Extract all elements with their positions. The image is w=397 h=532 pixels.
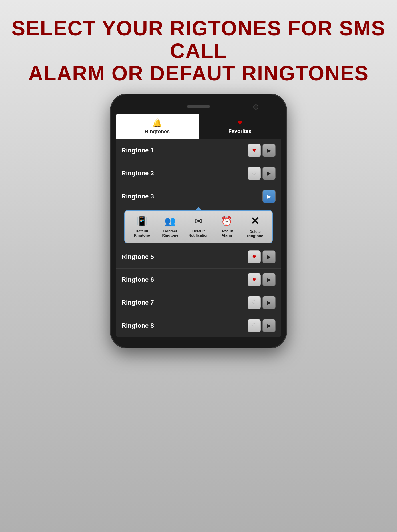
favorite-button[interactable]: ♡	[248, 319, 261, 332]
ringtone-name: Ringtone 2	[121, 170, 154, 177]
ringtone-actions: ♡ ▶	[248, 167, 276, 180]
play-button[interactable]: ▶	[262, 273, 276, 286]
ringtone-row-expanded: Ringtone 3 ▶ 📳 DefaultRingtone	[116, 185, 281, 243]
favorite-button[interactable]: ♥	[248, 144, 261, 157]
delete-ringtone-label: DeleteRingtone	[247, 229, 263, 238]
ringtone-actions: ♥ ▶	[248, 250, 276, 263]
favorite-button[interactable]: ♡	[248, 296, 261, 309]
default-ringtone-label: DefaultRingtone	[134, 229, 150, 238]
play-button[interactable]: ▶	[262, 144, 276, 157]
play-icon: ▶	[267, 277, 271, 283]
play-icon: ▶	[267, 254, 271, 260]
play-icon: ▶	[267, 323, 271, 329]
heart-icon: ♥	[252, 253, 256, 261]
default-notification-label: DefaultNotification	[188, 229, 209, 238]
delete-ringtone-action[interactable]: ✕ DeleteRingtone	[244, 215, 266, 238]
table-row[interactable]: Ringtone 2 ♡ ▶	[116, 162, 281, 185]
phone-vibrate-icon: 📳	[136, 216, 148, 227]
table-row[interactable]: Ringtone 6 ♥ ▶	[116, 269, 281, 291]
phone-speaker	[187, 105, 210, 108]
action-panel: 📳 DefaultRingtone 👥 ContactRingtone ✉ De…	[124, 210, 273, 243]
envelope-icon: ✉	[195, 216, 202, 227]
ringtone-name: Ringtone 5	[121, 253, 154, 261]
default-alarm-label: DefaultAlarm	[220, 229, 233, 238]
ringtone-name: Ringtone 3	[121, 193, 154, 200]
table-row[interactable]: Ringtone 3 ▶	[116, 185, 281, 208]
table-row[interactable]: Ringtone 5 ♥ ▶	[116, 246, 281, 269]
ringtone-name: Ringtone 6	[121, 276, 154, 283]
default-alarm-action[interactable]: ⏰ DefaultAlarm	[215, 216, 238, 238]
delete-icon: ✕	[251, 215, 259, 227]
play-button[interactable]: ▶	[262, 190, 276, 203]
ringtone-name: Ringtone 1	[121, 147, 154, 154]
favorite-button[interactable]: ♥	[248, 250, 261, 263]
default-ringtone-action[interactable]: 📳 DefaultRingtone	[131, 216, 153, 238]
heart-icon: ♥	[252, 147, 256, 154]
play-icon: ▶	[267, 193, 271, 200]
play-button[interactable]: ▶	[262, 250, 276, 263]
favorites-tab-label: Favorites	[228, 128, 251, 134]
contact-ringtone-action[interactable]: 👥 ContactRingtone	[159, 216, 182, 238]
ringtone-actions: ♡ ▶	[248, 296, 276, 309]
ringtone-actions: ♥ ▶	[248, 144, 276, 157]
action-panel-wrapper: 📳 DefaultRingtone 👥 ContactRingtone ✉ De…	[116, 210, 281, 243]
play-icon: ▶	[267, 147, 271, 154]
heart-icon: ♥	[252, 276, 256, 283]
favorite-button[interactable]: ♡	[248, 167, 261, 180]
ringtone-name: Ringtone 8	[121, 322, 154, 329]
heart-outline-icon: ♡	[251, 170, 257, 177]
ringtone-name: Ringtone 7	[121, 299, 154, 306]
ringtone-actions: ♡ ▶	[248, 319, 276, 332]
contact-icon: 👥	[165, 216, 176, 227]
table-row[interactable]: Ringtone 1 ♥ ▶	[116, 139, 281, 162]
tab-favorites[interactable]: ♥ Favorites	[199, 114, 281, 139]
favorites-tab-icon: ♥	[238, 118, 242, 127]
phone-screen: 🔔 Ringtones ♥ Favorites Ringtone 1 ♥ ▶	[116, 114, 281, 337]
contact-ringtone-label: ContactRingtone	[162, 229, 178, 238]
alarm-icon: ⏰	[221, 216, 232, 227]
phone-camera	[253, 104, 258, 110]
ringtones-tab-label: Ringtones	[145, 129, 170, 135]
favorite-button[interactable]: ♥	[248, 273, 261, 286]
heart-outline-icon: ♡	[251, 322, 257, 329]
play-button[interactable]: ▶	[262, 296, 276, 309]
play-icon: ▶	[267, 299, 271, 306]
ringtone-actions: ▶	[262, 190, 276, 203]
tab-ringtones[interactable]: 🔔 Ringtones	[116, 114, 199, 139]
tab-bar: 🔔 Ringtones ♥ Favorites	[116, 114, 281, 139]
page-title: SELECT YOUR RIGTONES FOR SMS CALL ALARM …	[11, 17, 386, 85]
play-button[interactable]: ▶	[262, 319, 276, 332]
ringtone-actions: ♥ ▶	[248, 273, 276, 286]
table-row[interactable]: Ringtone 7 ♡ ▶	[116, 291, 281, 314]
ringtone-list: Ringtone 1 ♥ ▶ Ringtone 2 ♡	[116, 139, 281, 337]
page-header: SELECT YOUR RIGTONES FOR SMS CALL ALARM …	[0, 0, 397, 94]
play-icon: ▶	[267, 170, 271, 176]
play-button[interactable]: ▶	[262, 167, 276, 180]
default-notification-action[interactable]: ✉ DefaultNotification	[187, 216, 210, 238]
phone-device: 🔔 Ringtones ♥ Favorites Ringtone 1 ♥ ▶	[110, 94, 287, 348]
heart-outline-icon: ♡	[251, 299, 257, 306]
ringtones-tab-icon: 🔔	[152, 118, 162, 128]
table-row[interactable]: Ringtone 8 ♡ ▶	[116, 314, 281, 337]
